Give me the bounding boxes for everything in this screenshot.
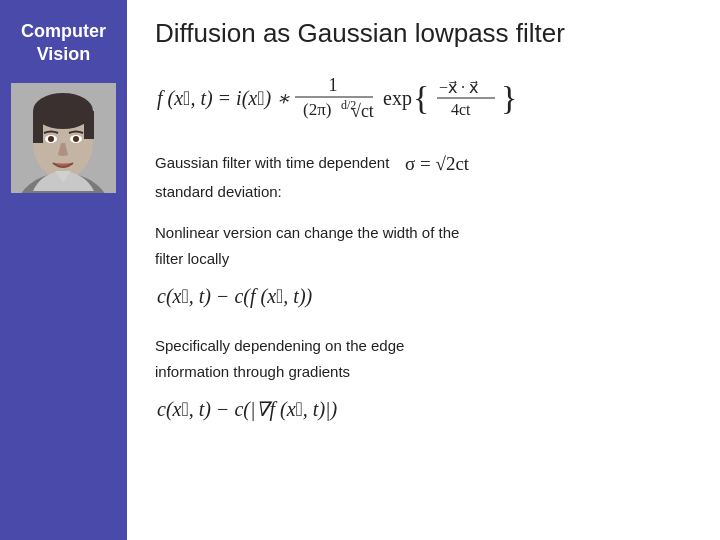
gradient-formula-block: c(x⃗, t) − c(|∇f (x⃗, t)|) <box>155 392 692 426</box>
nonlinear-text1: Nonlinear version can change the width o… <box>155 222 692 245</box>
gaussian-text2: standard deviation: <box>155 183 282 200</box>
gaussian-text1: Gaussian filter with time dependent <box>155 152 389 175</box>
svg-point-10 <box>73 136 79 142</box>
svg-point-8 <box>48 136 54 142</box>
svg-text:f (x⃗, t) = i(x⃗) ∗: f (x⃗, t) = i(x⃗) ∗ <box>157 87 290 110</box>
svg-text:{: { <box>413 79 429 116</box>
svg-text:c(x⃗, t) − c(f (x⃗, t)): c(x⃗, t) − c(f (x⃗, t)) <box>157 285 313 308</box>
specific-section: Specifically dependening on the edge inf… <box>155 335 692 430</box>
sidebar-title: Computer Vision <box>0 10 127 83</box>
svg-rect-5 <box>33 111 43 143</box>
main-content: Diffusion as Gaussian lowpass filter f (… <box>127 0 720 540</box>
svg-text:}: } <box>501 79 517 116</box>
svg-text:σ = √2ct: σ = √2ct <box>405 153 470 174</box>
main-formula-svg: f (x⃗, t) = i(x⃗) ∗ 1 (2π) d/2 √ct exp {… <box>155 67 585 135</box>
nonlinear-formula-svg: c(x⃗, t) − c(f (x⃗, t)) <box>155 279 435 313</box>
svg-text:(2π): (2π) <box>303 100 331 119</box>
svg-text:1: 1 <box>329 75 338 95</box>
portrait-image <box>11 83 116 193</box>
page-title: Diffusion as Gaussian lowpass filter <box>155 18 692 49</box>
sidebar: Computer Vision <box>0 0 127 540</box>
gaussian-section: Gaussian filter with time dependent σ = … <box>155 149 692 204</box>
gradient-formula-svg: c(x⃗, t) − c(|∇f (x⃗, t)|) <box>155 392 475 426</box>
specific-text2: information through gradients <box>155 361 692 384</box>
svg-text:√ct: √ct <box>351 101 374 121</box>
svg-text:4ct: 4ct <box>451 101 471 118</box>
svg-text:exp: exp <box>383 87 412 110</box>
svg-text:−x⃗ · x⃗: −x⃗ · x⃗ <box>439 79 478 96</box>
sigma-formula-svg: σ = √2ct <box>403 149 518 177</box>
nonlinear-text2: filter locally <box>155 248 692 271</box>
svg-rect-6 <box>84 111 94 139</box>
main-formula-block: f (x⃗, t) = i(x⃗) ∗ 1 (2π) d/2 √ct exp {… <box>155 67 692 135</box>
nonlinear-section: Nonlinear version can change the width o… <box>155 222 692 317</box>
svg-text:c(x⃗, t) − c(|∇f (x⃗, t)|): c(x⃗, t) − c(|∇f (x⃗, t)|) <box>157 398 338 421</box>
specific-text1: Specifically dependening on the edge <box>155 335 692 358</box>
nonlinear-formula-block: c(x⃗, t) − c(f (x⃗, t)) <box>155 279 692 313</box>
